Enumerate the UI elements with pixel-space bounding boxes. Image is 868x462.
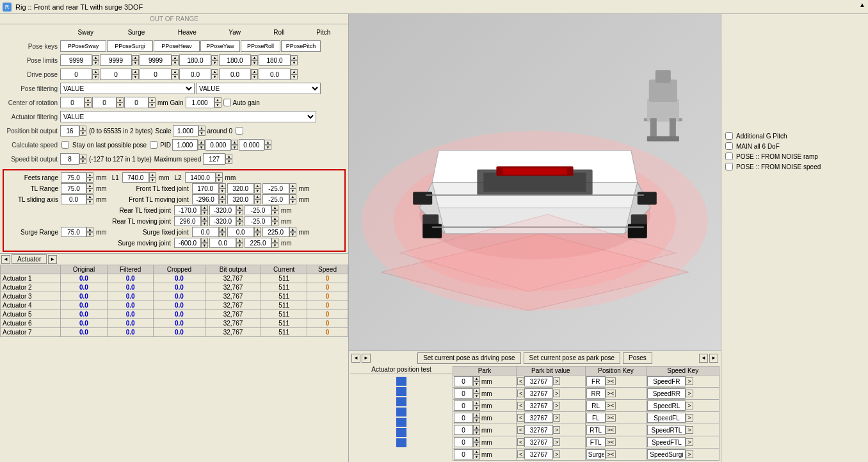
park-bit-right-4[interactable]: > <box>553 426 560 434</box>
scroll-left-btn[interactable]: ◄ <box>1 255 10 264</box>
cor-y[interactable]: ▲▼ <box>92 97 124 108</box>
park-bit-left-6[interactable]: < <box>517 450 524 458</box>
tl-v3[interactable]: ▲▼ <box>262 183 296 194</box>
park-value-6[interactable] <box>454 449 473 459</box>
drive-pose-yaw[interactable]: ▲▼ <box>179 69 218 80</box>
tls-v1[interactable]: ▲▼ <box>192 194 226 204</box>
actuator-tab[interactable]: Actuator <box>12 254 47 264</box>
speed-key-0[interactable] <box>647 376 686 386</box>
pose-key-heave[interactable] <box>154 40 200 52</box>
pos-key-action-5[interactable]: >< <box>606 438 616 446</box>
park-value-4[interactable] <box>454 425 473 435</box>
speed-key-2[interactable] <box>647 400 686 411</box>
park-bit-value-3[interactable] <box>524 413 553 423</box>
pose-key-pitch[interactable] <box>281 40 321 52</box>
actuator-filtering-select[interactable]: VALUE <box>60 111 316 122</box>
park-bit-right-2[interactable]: > <box>553 402 560 409</box>
surge-range-value[interactable]: ▲▼ <box>61 227 93 237</box>
pose-limit-roll[interactable]: ▲▼ <box>219 54 258 66</box>
park-bit-value-2[interactable] <box>524 400 553 411</box>
pos-key-3[interactable] <box>586 413 606 423</box>
park-bit-left-2[interactable]: < <box>517 402 524 409</box>
bottom-left-nav[interactable]: ◄ <box>351 354 360 363</box>
speed-key-3[interactable] <box>647 413 686 423</box>
pose-limit-surge[interactable]: ▲▼ <box>100 54 139 66</box>
rtlm-v1[interactable]: ▲▼ <box>174 216 208 226</box>
speed-key-action-6[interactable]: > <box>686 450 693 458</box>
pos-key-6[interactable] <box>586 449 606 459</box>
park-bit-right-6[interactable]: > <box>553 450 560 458</box>
park-bit-left-4[interactable]: < <box>517 426 524 434</box>
speed-bit-value[interactable]: ▲▼ <box>60 153 86 165</box>
tl-range-value[interactable]: ▲▼ <box>61 183 93 194</box>
pose-key-sway[interactable] <box>60 40 106 52</box>
park-value-2[interactable] <box>454 400 473 411</box>
pos-key-action-4[interactable]: >< <box>606 426 616 434</box>
tl-sliding-value[interactable]: ▲▼ <box>61 194 93 204</box>
drive-pose-sway[interactable]: ▲▼ <box>60 69 99 80</box>
park-bit-left-5[interactable]: < <box>517 438 524 446</box>
speed-key-action-2[interactable]: > <box>686 402 693 409</box>
park-value-3[interactable] <box>454 413 473 423</box>
pid-1[interactable]: ▲▼ <box>172 139 205 151</box>
set-driving-pose-btn[interactable]: Set current pose as driving pose <box>417 352 520 364</box>
rtlf-v2[interactable]: ▲▼ <box>209 205 243 215</box>
park-bit-right-0[interactable]: > <box>553 377 560 385</box>
park-bit-right-5[interactable]: > <box>553 438 560 446</box>
around-zero-checkbox[interactable] <box>236 127 243 135</box>
pose-filtering-left-select[interactable]: VALUE <box>60 83 195 94</box>
speed-key-action-5[interactable]: > <box>686 438 693 446</box>
tl-v1[interactable]: ▲▼ <box>192 183 226 194</box>
park-value-0[interactable] <box>454 376 473 386</box>
drive-pose-roll[interactable]: ▲▼ <box>219 69 258 80</box>
park-value-5[interactable] <box>454 437 473 447</box>
pos-key-action-6[interactable]: >< <box>606 450 616 458</box>
speed-key-action-0[interactable]: > <box>686 377 693 385</box>
tl-v2[interactable]: ▲▼ <box>227 183 261 194</box>
pid-2[interactable]: ▲▼ <box>205 139 238 151</box>
speed-key-action-1[interactable]: > <box>686 390 693 397</box>
pose-from-noise-speed-checkbox[interactable] <box>725 163 733 170</box>
speed-key-action-3[interactable]: > <box>686 414 693 422</box>
sf-v2[interactable]: ▲▼ <box>227 227 261 237</box>
pid-checkbox[interactable] <box>150 141 157 149</box>
pose-key-surge[interactable] <box>107 40 153 52</box>
park-bit-left-0[interactable]: < <box>517 377 524 385</box>
gain-input[interactable]: ▲▼ <box>186 97 221 108</box>
park-bit-value-6[interactable] <box>524 449 553 459</box>
pos-key-action-1[interactable]: >< <box>606 390 616 397</box>
park-bit-value-4[interactable] <box>524 425 553 435</box>
sf-v3[interactable]: ▲▼ <box>262 227 296 237</box>
bottom-scroll-right[interactable]: ► <box>709 354 718 363</box>
auto-gain-checkbox[interactable] <box>223 99 231 106</box>
main-all-6dof-checkbox[interactable] <box>725 142 733 150</box>
park-bit-left-1[interactable]: < <box>517 390 524 397</box>
tls-v3[interactable]: ▲▼ <box>262 194 296 204</box>
scroll-right-btn[interactable]: ► <box>48 255 57 264</box>
pose-key-roll[interactable] <box>241 40 280 52</box>
speed-key-1[interactable] <box>647 388 686 399</box>
pos-key-action-2[interactable]: >< <box>606 402 616 409</box>
pose-key-yaw[interactable] <box>200 40 240 52</box>
speed-key-action-4[interactable]: > <box>686 426 693 434</box>
pos-key-0[interactable] <box>586 376 606 386</box>
bottom-scroll-left[interactable]: ◄ <box>699 354 708 363</box>
cor-z[interactable]: ▲▼ <box>124 97 156 108</box>
drive-pose-surge[interactable]: ▲▼ <box>100 69 139 80</box>
max-speed-value[interactable]: ▲▼ <box>203 153 232 165</box>
poses-btn[interactable]: Poses <box>623 352 652 364</box>
pose-limit-yaw[interactable]: ▲▼ <box>179 54 218 66</box>
pose-limit-heave[interactable]: ▲▼ <box>140 54 179 66</box>
rtlm-v2[interactable]: ▲▼ <box>209 216 243 226</box>
l1-value[interactable]: ▲▼ <box>122 172 156 183</box>
sf-v1[interactable]: ▲▼ <box>192 227 226 237</box>
pos-key-4[interactable] <box>586 425 606 435</box>
pos-key-action-0[interactable]: >< <box>606 377 616 385</box>
pos-key-5[interactable] <box>586 437 606 447</box>
pose-filtering-right-select[interactable]: VALUE <box>196 83 321 94</box>
sm-v3[interactable]: ▲▼ <box>245 238 278 248</box>
pos-key-action-3[interactable]: >< <box>606 414 616 422</box>
l2-value[interactable]: ▲▼ <box>185 172 223 183</box>
pos-key-1[interactable] <box>586 388 606 399</box>
park-bit-right-3[interactable]: > <box>553 414 560 422</box>
